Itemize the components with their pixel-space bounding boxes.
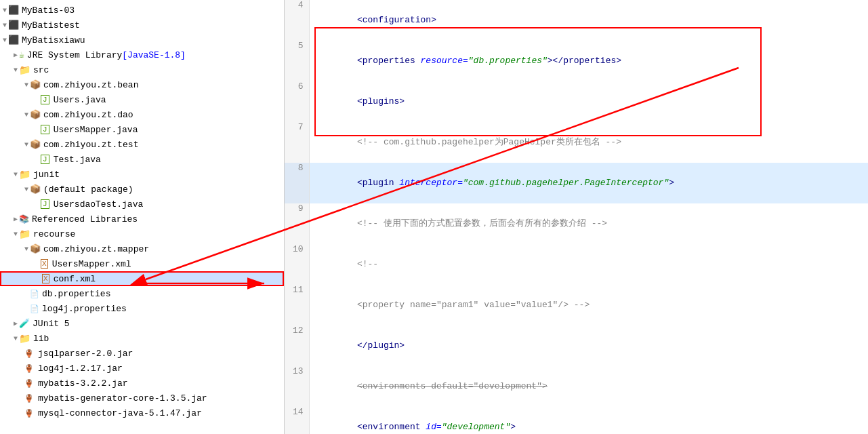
tree-item-referenced-libs[interactable]: ▶ 📚 Referenced Libraries <box>0 212 284 226</box>
tree-label: com.zhiyou.zt.mapper <box>43 244 149 254</box>
line-content[interactable]: </plugin> <box>309 326 868 366</box>
code-line-11: 11 <property name="param1" value="value1… <box>285 285 868 326</box>
tree-item-jsqlparser[interactable]: 🏺 jsqlparser-2.0.jar <box>0 346 284 361</box>
java-icon: J <box>41 125 49 134</box>
code-line-14: 14 <environment id="development"> <box>285 407 868 434</box>
code-table: 4 <configuration> 5 <properties resource… <box>285 0 868 434</box>
tree-item-usersmapper-java[interactable]: ▶ J UsersMapper.java <box>0 122 284 137</box>
junit-icon: 🧪 <box>19 318 30 329</box>
tree-item-pkg-dao[interactable]: ▼ 📦 com.zhiyou.zt.dao <box>0 107 284 122</box>
tree-item-mybatis03[interactable]: ▼ ⬛ MyBatis-03 <box>0 3 284 18</box>
code-line-12: 12 </plugin> <box>285 326 868 366</box>
expand-icon: ▶ <box>14 51 18 59</box>
line-number: 4 <box>285 0 309 41</box>
expand-icon: ▼ <box>24 111 28 119</box>
line-number: 8 <box>285 163 309 203</box>
pkg-icon: 📦 <box>30 109 41 120</box>
tree-item-users-java[interactable]: ▶ J Users.java <box>0 92 284 107</box>
line-content[interactable]: <!-- <box>309 244 868 285</box>
expand-icon: ▼ <box>24 81 28 89</box>
tree-label: log4j-1.2.17.jar <box>38 363 123 374</box>
line-number: 7 <box>285 122 309 163</box>
code-line-10: 10 <!-- <box>285 244 868 285</box>
jar-icon: 🏺 <box>24 409 34 418</box>
tree-item-mybatis-jar[interactable]: 🏺 mybatis-3.2.2.jar <box>0 376 284 391</box>
line-content[interactable]: <properties resource="db.properties"></p… <box>309 41 868 81</box>
line-content[interactable]: <configuration> <box>309 0 868 41</box>
project-icon: ⬛ <box>8 5 19 16</box>
code-line-13: 13 <environments default="development"> <box>285 366 868 407</box>
code-line-4: 4 <configuration> <box>285 0 868 41</box>
java-icon: J <box>41 199 49 209</box>
tree-label: Users.java <box>54 95 106 105</box>
tree-label: conf.xml <box>54 274 96 284</box>
tree-item-log4j-jar[interactable]: 🏺 log4j-1.2.17.jar <box>0 361 284 376</box>
line-number: 6 <box>285 81 309 122</box>
tree-item-lib[interactable]: ▼ 📁 lib <box>0 331 284 346</box>
tree-item-default-pkg[interactable]: ▼ 📦 (default package) <box>0 182 284 197</box>
project-icon: ⬛ <box>8 35 19 45</box>
pkg-icon: 📦 <box>30 139 41 150</box>
tree-item-junit5[interactable]: ▶ 🧪 JUnit 5 <box>0 316 284 331</box>
tree-item-recourse[interactable]: ▼ 📁 recourse <box>0 226 284 241</box>
tree-label: db.properties <box>42 289 110 299</box>
line-number: 13 <box>285 366 309 407</box>
tree-item-jre[interactable]: ▶ ☕ JRE System Library [JavaSE-1.8] <box>0 47 284 62</box>
tree-label: UsersdaoTest.java <box>54 199 144 210</box>
expand-icon: ▶ <box>14 215 18 223</box>
line-number: 11 <box>285 285 309 326</box>
tree-label-blue: [JavaSE-1.8] <box>122 50 186 60</box>
tree-label: log4j.properties <box>42 304 127 314</box>
tree-label: com.zhiyou.zt.bean <box>43 80 138 90</box>
tree-item-junit[interactable]: ▼ 📁 junit <box>0 167 284 182</box>
line-content[interactable]: <environment id="development"> <box>309 407 868 434</box>
expand-icon: ▼ <box>14 335 18 342</box>
tree-item-test-java[interactable]: ▶ J Test.java <box>0 152 284 167</box>
tree-item-mysql-connector[interactable]: 🏺 mysql-connector-java-5.1.47.jar <box>0 406 284 420</box>
tree-label: src <box>33 65 49 75</box>
project-icon: ⬛ <box>8 20 19 31</box>
tree-item-mybatis-gen[interactable]: 🏺 mybatis-generator-core-1.3.5.jar <box>0 391 284 406</box>
line-content[interactable]: <property name="param1" value="value1"/>… <box>309 285 868 326</box>
expand-icon: ▶ <box>14 319 18 328</box>
tree-label: mybatis-3.2.2.jar <box>38 378 128 389</box>
props-icon: 📄 <box>30 290 39 298</box>
expand-icon: ▼ <box>3 7 7 14</box>
tree-item-pkg-test[interactable]: ▼ 📦 com.zhiyou.zt.test <box>0 137 284 152</box>
tree-label: lib <box>33 334 49 344</box>
line-content[interactable]: <!-- 使用下面的方式配置参数，后面会有所有的参数介绍 --> <box>309 203 868 244</box>
line-content[interactable]: <environments default="development"> <box>309 366 868 407</box>
ref-icon: 📚 <box>19 214 29 224</box>
tree-item-mybatisxiawu[interactable]: ▼ ⬛ MyBatisxiawu <box>0 33 284 47</box>
props-icon: 📄 <box>30 304 39 313</box>
tree-item-usersmapper-xml[interactable]: ▶ X UsersMapper.xml <box>0 256 284 271</box>
tree-label: UsersMapper.java <box>54 125 138 135</box>
tree-item-src[interactable]: ▼ 📁 src <box>0 62 284 77</box>
tree-label: Test.java <box>54 155 101 165</box>
folder-icon: 📁 <box>19 229 30 240</box>
expand-icon: ▼ <box>14 66 18 74</box>
tree-label: MyBatistest <box>22 20 80 31</box>
tree-item-db-props[interactable]: ▶ 📄 db.properties <box>0 286 284 301</box>
tree-item-mybatistest[interactable]: ▼ ⬛ MyBatistest <box>0 18 284 33</box>
jre-icon: ☕ <box>19 50 24 60</box>
tree-item-pkg-bean[interactable]: ▼ 📦 com.zhiyou.zt.bean <box>0 77 284 92</box>
jar-icon: 🏺 <box>24 364 34 373</box>
expand-icon: ▼ <box>24 141 28 149</box>
tree-label: recourse <box>33 229 75 239</box>
folder-icon: 📁 <box>19 333 30 344</box>
file-tree[interactable]: ▼ ⬛ MyBatis-03 ▼ ⬛ MyBatistest ▼ ⬛ MyBat… <box>0 0 285 434</box>
line-content[interactable]: <plugin interceptor="com.github.pagehelp… <box>309 163 868 203</box>
tree-item-pkg-mapper[interactable]: ▼ 📦 com.zhiyou.zt.mapper <box>0 241 284 256</box>
tree-label: mybatis-generator-core-1.3.5.jar <box>38 393 207 403</box>
pkg-icon: 📦 <box>30 243 41 254</box>
code-line-9: 9 <!-- 使用下面的方式配置参数，后面会有所有的参数介绍 --> <box>285 203 868 244</box>
tree-label: com.zhiyou.zt.dao <box>43 110 133 120</box>
tree-item-log4j-props[interactable]: ▶ 📄 log4j.properties <box>0 301 284 316</box>
tree-item-conf-xml[interactable]: ▶ X conf.xml <box>0 271 284 286</box>
line-content[interactable]: <!-- com.github.pagehelper为PageHelper类所在… <box>309 122 868 163</box>
line-number: 9 <box>285 203 309 244</box>
line-content[interactable]: <plugins> <box>309 81 868 122</box>
tree-item-usersdao-test[interactable]: ▶ J UsersdaoTest.java <box>0 197 284 212</box>
tree-label: MyBatisxiawu <box>22 35 85 45</box>
